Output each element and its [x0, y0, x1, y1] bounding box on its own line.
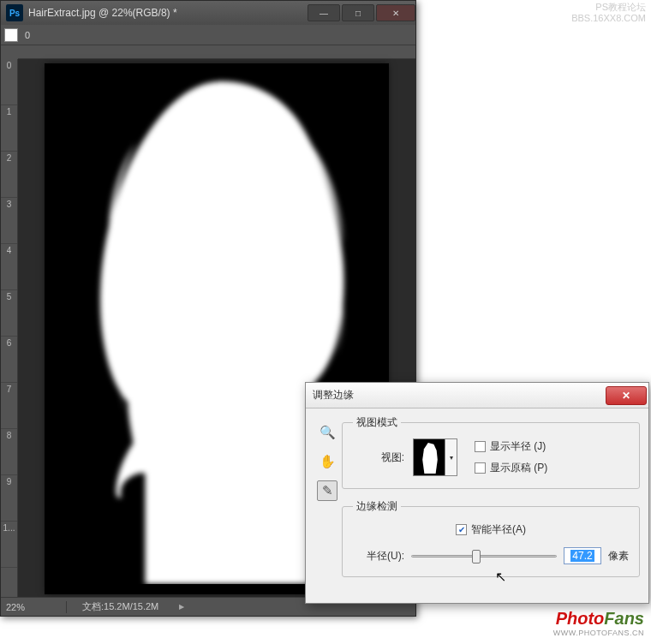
- ruler-mark: 2: [1, 152, 17, 198]
- zoom-tool-icon[interactable]: 🔍: [317, 422, 337, 443]
- slider-thumb-icon[interactable]: [472, 550, 481, 564]
- ps-logo-icon: Ps: [6, 4, 23, 21]
- dialog-title: 调整边缘: [313, 388, 606, 402]
- dialog-titlebar[interactable]: 调整边缘 ✕: [306, 383, 648, 408]
- show-original-checkbox[interactable]: 显示原稿 (P): [475, 461, 547, 475]
- view-mode-legend: 视图模式: [353, 415, 401, 430]
- smart-radius-checkbox[interactable]: ✔ 智能半径(A): [353, 522, 629, 537]
- ruler-mark: 8: [1, 429, 17, 475]
- view-mode-group: 视图模式 视图: ▾ 显示半径 (J) 显示原稿 (: [342, 415, 640, 489]
- toolbar-value: 0: [25, 30, 30, 40]
- zoom-level[interactable]: 22%: [6, 602, 51, 612]
- document-title: HairExtract.jpg @ 22%(RGB/8) *: [28, 7, 306, 19]
- show-original-label: 显示原稿 (P): [490, 461, 547, 475]
- refine-edge-dialog: 调整边缘 ✕ 🔍 ✋ ✎ 视图模式 视图: ▾: [305, 382, 649, 604]
- ruler-mark: 6: [1, 337, 17, 383]
- show-radius-checkbox[interactable]: 显示半径 (J): [475, 439, 547, 454]
- ps-titlebar[interactable]: Ps HairExtract.jpg @ 22%(RGB/8) * — □ ✕: [1, 1, 415, 25]
- dialog-tool-column: 🔍 ✋ ✎: [313, 415, 342, 587]
- radius-label: 半径(U):: [353, 549, 404, 564]
- close-button[interactable]: ✕: [376, 4, 415, 21]
- foreground-swatch[interactable]: [4, 28, 18, 42]
- ruler-mark: 4: [1, 244, 17, 290]
- hand-tool-icon[interactable]: ✋: [317, 451, 337, 472]
- ruler-mark: 7: [1, 383, 17, 429]
- radius-slider[interactable]: [411, 548, 557, 564]
- ruler-mark: 3: [1, 198, 17, 244]
- ruler-mark: 1: [1, 105, 17, 152]
- maximize-button[interactable]: □: [342, 4, 374, 21]
- minimize-button[interactable]: —: [308, 4, 340, 21]
- watermark-top: PS教程论坛 BBS.16XX8.COM: [571, 2, 646, 24]
- ruler-horizontal[interactable]: [18, 45, 415, 59]
- view-dropdown-icon[interactable]: ▾: [445, 438, 457, 476]
- view-thumbnail[interactable]: [413, 438, 445, 476]
- show-radius-label: 显示半径 (J): [490, 439, 546, 454]
- view-label: 视图:: [353, 450, 404, 465]
- ruler-mark: 0: [1, 59, 17, 105]
- ruler-mark: 5: [1, 290, 17, 337]
- edge-detection-legend: 边缘检测: [353, 499, 401, 514]
- watermark-bottom: PhotoFans WWW.PHOTOFANS.CN: [553, 609, 644, 637]
- ruler-vertical[interactable]: 0 1 2 3 4 5 6 7 8 9 1...: [1, 59, 18, 597]
- dialog-close-button[interactable]: ✕: [606, 386, 647, 405]
- options-bar: 0: [1, 25, 415, 45]
- status-menu-icon[interactable]: ▶: [179, 603, 184, 611]
- checkbox-icon: [475, 462, 486, 474]
- checkbox-checked-icon: ✔: [456, 524, 467, 535]
- checkbox-icon: [475, 441, 486, 452]
- edge-detection-group: 边缘检测 ✔ 智能半径(A) 半径(U): 47.2 像素: [342, 499, 640, 577]
- radius-unit: 像素: [608, 549, 629, 564]
- ruler-mark: 9: [1, 475, 17, 522]
- radius-value-input[interactable]: 47.2: [564, 547, 601, 564]
- refine-brush-tool-icon[interactable]: ✎: [317, 480, 337, 501]
- ruler-mark: 1...: [1, 522, 17, 568]
- smart-radius-label: 智能半径(A): [471, 522, 526, 537]
- doc-size-label: 文档:15.2M/15.2M: [82, 600, 158, 613]
